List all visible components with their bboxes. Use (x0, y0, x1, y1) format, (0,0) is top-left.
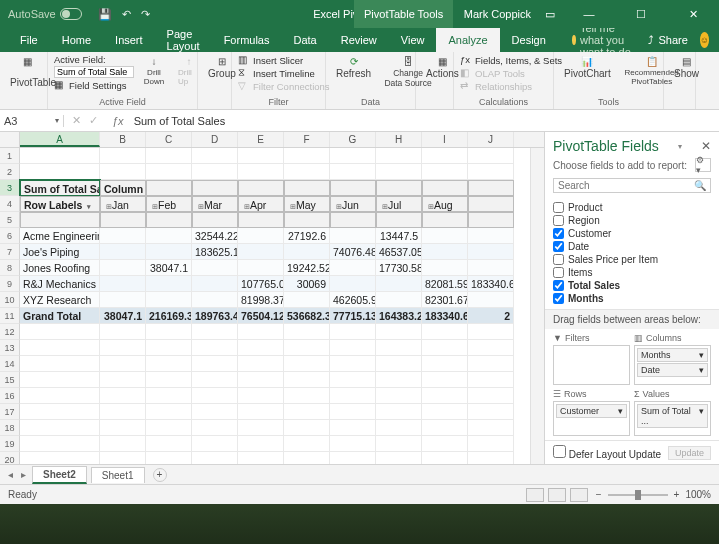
cell[interactable] (192, 260, 238, 276)
cell[interactable] (100, 372, 146, 388)
update-button[interactable]: Update (668, 446, 711, 460)
sheet-tab-sheet2[interactable]: Sheet2 (32, 466, 87, 484)
gear-icon[interactable]: ⚙ ▾ (695, 158, 711, 172)
cell[interactable] (468, 404, 514, 420)
cell[interactable]: 82301.67 (422, 292, 468, 308)
view-page-layout[interactable] (548, 488, 566, 502)
cell[interactable]: Grand Total (20, 308, 100, 324)
cell[interactable]: 216169.33 (146, 308, 192, 324)
tab-insert[interactable]: Insert (103, 28, 155, 52)
cell[interactable] (468, 228, 514, 244)
cell[interactable] (100, 388, 146, 404)
cell[interactable] (284, 180, 330, 196)
cell[interactable]: ⊞May (284, 196, 330, 212)
cell[interactable] (376, 436, 422, 452)
cell[interactable] (376, 452, 422, 464)
cell[interactable] (100, 276, 146, 292)
column-header-A[interactable]: A (20, 132, 100, 147)
cell[interactable] (146, 436, 192, 452)
cell[interactable] (422, 420, 468, 436)
drill-down-button[interactable]: ↓Drill Down (138, 54, 170, 88)
column-header-J[interactable]: J (468, 132, 514, 147)
cell[interactable] (468, 244, 514, 260)
cell[interactable] (238, 324, 284, 340)
cell[interactable] (422, 212, 468, 228)
row-header[interactable]: 20 (0, 452, 20, 464)
cell[interactable] (100, 228, 146, 244)
cell[interactable] (146, 340, 192, 356)
cell[interactable]: 189763.41 (192, 308, 238, 324)
cell[interactable]: 107765.04 (238, 276, 284, 292)
cell[interactable] (100, 212, 146, 228)
cell[interactable]: ⊞Jun (330, 196, 376, 212)
cell[interactable] (330, 260, 376, 276)
filters-area[interactable]: ▼Filters (553, 333, 630, 385)
cell[interactable]: Row Labels ▾ (20, 196, 100, 212)
row-header[interactable]: 19 (0, 436, 20, 452)
sheet-nav-next[interactable]: ▸ (19, 469, 28, 480)
cell[interactable]: 30069 (284, 276, 330, 292)
cell[interactable] (100, 244, 146, 260)
share-button[interactable]: ⤴Share (636, 34, 699, 46)
cell[interactable] (192, 276, 238, 292)
field-total-sales[interactable]: Total Sales (553, 279, 711, 292)
cell[interactable] (146, 212, 192, 228)
cell[interactable] (468, 324, 514, 340)
cell[interactable] (20, 148, 100, 164)
cell[interactable]: ⊞Mar (192, 196, 238, 212)
account-name[interactable]: Mark Coppick (464, 8, 531, 20)
insert-slicer-button[interactable]: ▥Insert Slicer (238, 54, 330, 66)
cell[interactable] (422, 356, 468, 372)
column-header-C[interactable]: C (146, 132, 192, 147)
field-search[interactable]: 🔍 (553, 178, 711, 193)
cell[interactable] (422, 324, 468, 340)
cell[interactable]: Joe's Piping (20, 244, 100, 260)
cell[interactable] (100, 148, 146, 164)
cell[interactable] (146, 404, 192, 420)
cell[interactable]: 19242.52 (284, 260, 330, 276)
cell[interactable] (100, 452, 146, 464)
relationships-button[interactable]: ⇄Relationships (460, 80, 562, 92)
tab-design[interactable]: Design (500, 28, 558, 52)
insert-timeline-button[interactable]: ⧖Insert Timeline (238, 67, 330, 79)
area-item[interactable]: Customer▾ (556, 404, 627, 418)
cell[interactable]: 77715.13 (330, 308, 376, 324)
column-header-F[interactable]: F (284, 132, 330, 147)
cell[interactable]: 17730.58 (376, 260, 422, 276)
cell[interactable] (330, 420, 376, 436)
cell[interactable] (100, 436, 146, 452)
cell[interactable] (284, 356, 330, 372)
cell[interactable] (468, 356, 514, 372)
cell[interactable] (284, 148, 330, 164)
cell[interactable] (192, 436, 238, 452)
cell[interactable] (100, 260, 146, 276)
row-header[interactable]: 18 (0, 420, 20, 436)
cell[interactable]: 164383.26 (376, 308, 422, 324)
cell[interactable] (422, 340, 468, 356)
field-settings-button[interactable]: ▦Field Settings (54, 79, 134, 91)
redo-icon[interactable]: ↷ (141, 8, 150, 21)
column-header-B[interactable]: B (100, 132, 146, 147)
row-header[interactable]: 17 (0, 404, 20, 420)
cell[interactable] (330, 324, 376, 340)
fields-items-button[interactable]: ƒxFields, Items, & Sets (460, 54, 562, 66)
row-header[interactable]: 3 (0, 180, 20, 196)
row-header[interactable]: 10 (0, 292, 20, 308)
cell[interactable] (376, 356, 422, 372)
cell[interactable] (330, 212, 376, 228)
cell[interactable] (20, 164, 100, 180)
cell[interactable] (284, 388, 330, 404)
cell[interactable] (468, 292, 514, 308)
cell[interactable]: 74076.48 (330, 244, 376, 260)
formula-value[interactable]: Sum of Total Sales (130, 115, 230, 127)
cell[interactable] (192, 372, 238, 388)
cell[interactable] (146, 420, 192, 436)
cell[interactable]: 32544.22 (192, 228, 238, 244)
field-months[interactable]: Months (553, 292, 711, 305)
cell[interactable] (284, 324, 330, 340)
cell[interactable] (330, 388, 376, 404)
cell[interactable] (330, 404, 376, 420)
zoom-out-button[interactable]: − (596, 489, 602, 500)
field-checkbox[interactable] (553, 280, 564, 291)
cell[interactable] (468, 164, 514, 180)
